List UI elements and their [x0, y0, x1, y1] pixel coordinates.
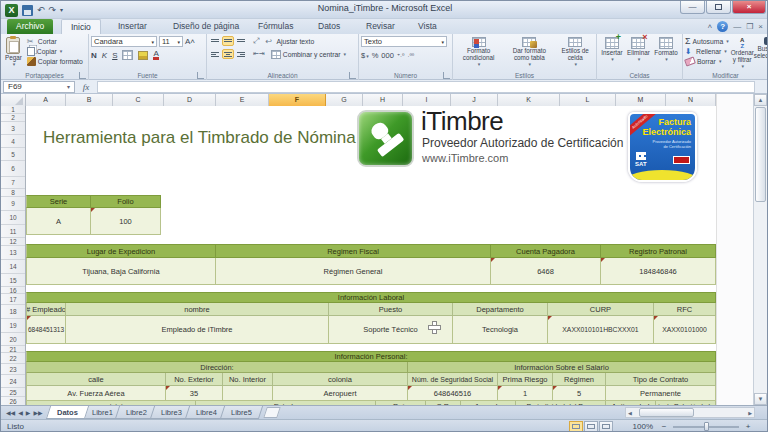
tab-formulas[interactable]: Fórmulas — [249, 19, 302, 34]
thousands-icon[interactable]: 000 — [381, 51, 394, 60]
column-header-A[interactable]: A — [26, 94, 66, 106]
fill-button[interactable]: ⬇Rellenar — [685, 46, 729, 56]
group-direccion[interactable]: Dirección: — [26, 362, 408, 373]
header-nombre[interactable]: nombre — [66, 303, 329, 316]
zoom-out-icon[interactable]: − — [659, 422, 669, 431]
column-header-M[interactable]: M — [616, 94, 666, 106]
clear-button[interactable]: Borrar — [685, 56, 729, 66]
tab-revisar[interactable]: Revisar — [357, 19, 404, 34]
align-bottom-icon[interactable] — [235, 36, 247, 46]
row-header-1[interactable]: 1 — [1, 106, 25, 114]
bold-button[interactable]: N — [91, 51, 97, 60]
cell-colonia[interactable]: Aeropuert — [273, 386, 408, 401]
doc-restore-icon[interactable]: ❒ — [746, 21, 753, 32]
minimize-button[interactable]: — — [680, 1, 705, 14]
font-color-icon[interactable]: A — [153, 50, 158, 60]
format-painter-button[interactable]: Copiar formato — [27, 56, 83, 66]
font-name-select[interactable]: Candara▾ — [91, 36, 157, 47]
doc-close-icon[interactable]: × — [758, 21, 763, 32]
scroll-left-icon[interactable]: ◀ — [626, 410, 634, 416]
tab-datos[interactable]: Datos — [309, 19, 349, 34]
row-header-4[interactable]: 4 — [1, 135, 25, 148]
currency-icon[interactable]: $ — [361, 51, 369, 60]
select-all-corner[interactable] — [1, 94, 26, 106]
row-header-17[interactable]: 17 — [1, 294, 25, 305]
row-header-5[interactable]: 5 — [1, 148, 25, 161]
header-prima-riesgo[interactable]: Prima Riesgo — [498, 373, 553, 386]
header-no-interior[interactable]: No. Interior — [223, 373, 273, 386]
header-regimen[interactable]: Régimen — [553, 373, 606, 386]
row-header-11[interactable]: 11 — [1, 225, 25, 238]
font-size-select[interactable]: 11▾ — [159, 36, 183, 47]
header-calle[interactable]: calle — [26, 373, 166, 386]
header-tipo-contrato[interactable]: Tipo de Contrato — [606, 373, 716, 386]
sheet-tab-libre5[interactable]: Libre5 — [220, 406, 263, 419]
column-header-N[interactable]: N — [666, 94, 716, 106]
cell-calle[interactable]: Av. Fuerza Aérea — [26, 386, 166, 401]
page-break-view-icon[interactable] — [599, 421, 613, 432]
clipboard-dialog-launcher[interactable] — [79, 72, 86, 79]
header-cuenta-pagadora[interactable]: Cuenta Pagadora — [491, 244, 601, 258]
row-header-2[interactable]: 2 — [1, 114, 25, 122]
underline-button[interactable]: S — [112, 51, 117, 60]
header-registro-patronal[interactable]: Registro Patronal — [601, 244, 716, 258]
wrap-text-button[interactable]: ↩Ajustar texto — [265, 36, 314, 46]
cell-serie[interactable]: A — [26, 208, 91, 235]
insert-cells-button[interactable]: Insertar — [599, 36, 624, 69]
alignment-dialog-launcher[interactable] — [349, 72, 356, 79]
align-left-icon[interactable] — [209, 49, 221, 59]
formula-input[interactable] — [97, 81, 755, 93]
zoom-in-icon[interactable]: + — [743, 422, 753, 431]
scroll-down-icon[interactable]: ▼ — [754, 393, 767, 405]
row-header-12[interactable]: 12 — [1, 238, 25, 246]
normal-view-icon[interactable] — [569, 421, 583, 432]
align-middle-icon[interactable] — [222, 36, 234, 46]
cell-regimen-fiscal[interactable]: Régimen General — [216, 258, 491, 285]
tab-archivo[interactable]: Archivo — [7, 19, 53, 34]
scroll-right-icon[interactable]: ▶ — [746, 410, 754, 416]
header-serie[interactable]: Serie — [26, 195, 91, 208]
collapse-ribbon-icon[interactable]: ˄ — [707, 21, 712, 32]
worksheet[interactable]: Herramienta para el Timbrado de Nómina i… — [26, 106, 716, 405]
group-info-salario[interactable]: Información Sobre el Salario — [408, 362, 716, 373]
row-header-24[interactable]: 24 — [1, 375, 25, 388]
delete-cells-button[interactable]: Eliminar — [625, 36, 652, 69]
header-departamento[interactable]: Departamento — [453, 303, 548, 316]
cell-styles-button[interactable]: Estilos de celda — [556, 36, 594, 69]
row-header-7[interactable]: 7 — [1, 177, 25, 189]
decrease-decimal-icon[interactable]: ·⁰⁰ — [407, 52, 414, 59]
increase-decimal-icon[interactable]: ⁺·⁰ — [397, 52, 405, 59]
personal-section-title[interactable]: Información Personal: — [26, 351, 716, 362]
first-sheet-icon[interactable]: ◀◀ — [6, 409, 15, 416]
font-dialog-launcher[interactable] — [197, 72, 204, 79]
fx-icon[interactable]: fx — [75, 82, 97, 92]
column-header-I[interactable]: I — [403, 94, 451, 106]
header-no-exterior[interactable]: No. Exterior — [166, 373, 223, 386]
cell-regimen[interactable]: 5 — [553, 386, 606, 401]
header-puesto[interactable]: Puesto — [329, 303, 453, 316]
cell-num-empleado[interactable]: 6848451313 — [26, 316, 66, 344]
header-regimen-fiscal[interactable]: Regimen Fiscal — [216, 244, 491, 258]
vertical-scroll-thumb[interactable] — [755, 107, 766, 202]
cell-no-interior[interactable] — [223, 386, 273, 401]
horizontal-scroll-thumb[interactable] — [639, 408, 694, 417]
scroll-up-icon[interactable]: ▲ — [754, 94, 767, 106]
last-sheet-icon[interactable]: ▶▶ — [33, 409, 42, 416]
grow-font-icon[interactable]: A˄ — [185, 37, 195, 46]
cell-cuenta-pagadora[interactable]: 6468 — [491, 258, 601, 285]
column-header-B[interactable]: B — [66, 94, 113, 106]
autosum-button[interactable]: ΣAutosuma — [685, 36, 729, 46]
row-header-8[interactable]: 8 — [1, 189, 25, 197]
header-rfc[interactable]: RFC — [654, 303, 716, 316]
cell-lugar-expedicion[interactable]: Tijuana, Baja California — [26, 258, 216, 285]
tab-inicio[interactable]: Inicio — [61, 19, 101, 34]
row-header-25[interactable]: 25 — [1, 388, 25, 397]
number-format-select[interactable]: Texto▾ — [361, 36, 447, 47]
prev-sheet-icon[interactable]: ◀ — [18, 409, 23, 416]
close-button[interactable]: × — [732, 1, 766, 14]
page-layout-view-icon[interactable] — [584, 421, 598, 432]
cell-no-exterior[interactable]: 35 — [166, 386, 223, 401]
maximize-button[interactable] — [706, 1, 731, 14]
paste-button[interactable]: Pegar — [3, 36, 24, 69]
insert-worksheet-icon[interactable] — [263, 407, 281, 418]
